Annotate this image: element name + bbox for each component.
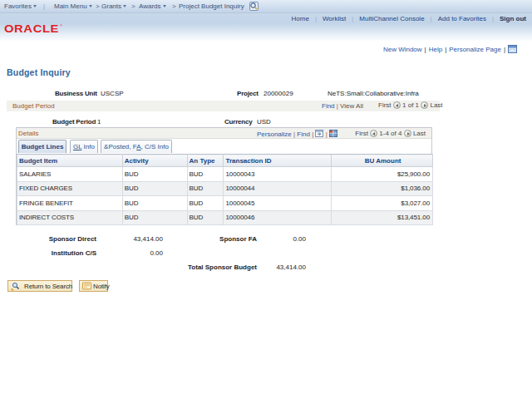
svg-text:®: ® (60, 23, 62, 27)
svg-text:ORACLE: ORACLE (4, 22, 59, 34)
